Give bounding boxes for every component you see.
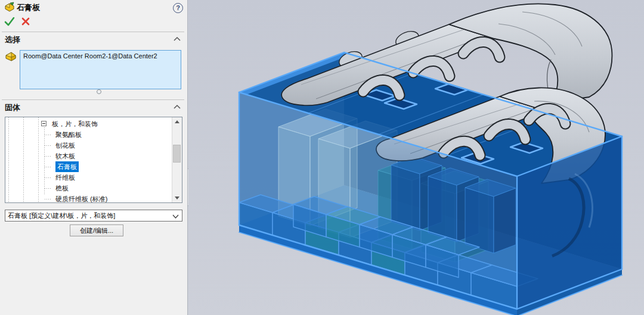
- tree-item-selected[interactable]: 石膏板: [5, 161, 170, 172]
- collapse-box-icon[interactable]: [41, 121, 47, 126]
- tree-item[interactable]: 软木板: [5, 151, 170, 161]
- material-dropdown[interactable]: 石膏板 [预定义\建材\板，片，和装饰]: [5, 210, 182, 222]
- section-header-solid[interactable]: 固体: [5, 102, 20, 113]
- help-icon[interactable]: ?: [173, 3, 183, 13]
- resize-handle[interactable]: [97, 89, 101, 94]
- select-pointer-icon: [4, 51, 17, 64]
- tree-item[interactable]: 纤维板: [5, 172, 170, 183]
- tree-item[interactable]: 聚氨酯板: [5, 129, 170, 140]
- selection-value: Room@Data Center Room2-1@Data Center2: [23, 52, 157, 60]
- property-manager-panel: 石膏板 ? 选择 Room@Data Center Room2-1@Data C…: [0, 0, 188, 315]
- tree-item[interactable]: 硬质纤维板 (标准): [5, 194, 170, 203]
- chevron-up-icon[interactable]: [174, 104, 181, 109]
- scroll-down-icon[interactable]: [175, 197, 179, 199]
- tree-node-category[interactable]: 板，片，和装饰: [5, 118, 170, 129]
- tree-scrollbar[interactable]: [172, 117, 182, 202]
- viewport-3d[interactable]: [188, 0, 644, 315]
- divider: [2, 99, 184, 100]
- selection-list[interactable]: Room@Data Center Room2-1@Data Center2: [20, 50, 181, 89]
- chevron-up-icon[interactable]: [174, 36, 181, 41]
- check-icon[interactable]: [4, 17, 15, 26]
- divider: [2, 32, 184, 32]
- section-header-selection[interactable]: 选择: [5, 35, 20, 45]
- chevron-down-icon: [172, 214, 179, 219]
- scroll-up-icon[interactable]: [175, 120, 179, 123]
- solid-body-icon: [4, 2, 15, 13]
- material-tree[interactable]: 板，片，和装饰 聚氨酯板 刨花板 软木板 石膏板 纤维板 檐板 硬质纤维板 (标…: [5, 117, 182, 203]
- close-icon[interactable]: [21, 17, 30, 26]
- tree-item[interactable]: 刨花板: [5, 140, 170, 151]
- data-center-room-model[interactable]: [188, 0, 644, 315]
- tree-item[interactable]: 檐板: [5, 183, 170, 194]
- create-edit-button[interactable]: 创建/编辑...: [70, 224, 123, 236]
- page-title: 石膏板: [17, 2, 40, 13]
- scrollbar-thumb[interactable]: [173, 145, 181, 163]
- material-dropdown-value: 石膏板 [预定义\建材\板，片，和装饰]: [8, 212, 115, 219]
